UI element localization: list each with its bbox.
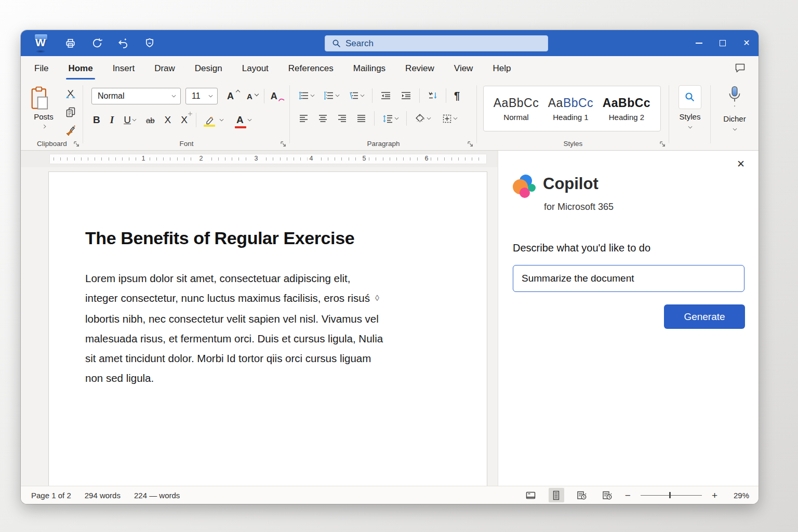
tab-file[interactable]: File: [33, 61, 49, 76]
tab-review[interactable]: Review: [404, 61, 435, 76]
tab-home[interactable]: Home: [67, 61, 94, 76]
style-heading1[interactable]: AaBbCc Heading 1: [548, 96, 593, 122]
font-color-button[interactable]: A: [235, 113, 253, 127]
read-mode-button[interactable]: [523, 488, 539, 502]
decrease-indent-button[interactable]: [379, 90, 393, 101]
group-styles: AaBbCc Normal AaBbCc Heading 1 AaBbCc He…: [477, 81, 669, 150]
borders-button[interactable]: [441, 113, 459, 125]
bold-button[interactable]: B: [91, 113, 102, 127]
pink-swash-icon: [278, 98, 285, 102]
grow-font-button[interactable]: A: [225, 90, 235, 103]
ruler[interactable]: 1 2 3 4 5 6: [49, 154, 487, 164]
underline-button[interactable]: U: [122, 113, 138, 127]
font-dialog-launcher-icon[interactable]: [280, 141, 286, 147]
shrink-font-button[interactable]: A: [245, 91, 254, 102]
zoom-slider[interactable]: [641, 491, 702, 499]
justify-button[interactable]: [355, 113, 368, 124]
maximize-button[interactable]: [711, 30, 735, 56]
multilevel-list-button[interactable]: [347, 90, 366, 101]
ruler-ticks: [54, 157, 483, 161]
word-count-secondary[interactable]: 224 — words: [134, 491, 180, 500]
tab-view[interactable]: View: [453, 61, 474, 76]
sort-button[interactable]: [426, 90, 440, 102]
dictate-button[interactable]: Dicher: [711, 85, 759, 132]
paste-icon: [29, 86, 51, 111]
word-count[interactable]: 294 words: [85, 491, 121, 500]
superscript-glyph: X: [181, 114, 188, 126]
tab-help[interactable]: Help: [491, 61, 512, 76]
document-line: Lorem ipsum dolor sit amet, consectetuar…: [85, 269, 383, 288]
cut-icon[interactable]: [63, 87, 78, 101]
text-highlight-button[interactable]: [203, 114, 225, 126]
document-line: malesuada risus, et fermentum orci. Duis…: [85, 329, 383, 349]
format-painter-icon[interactable]: [63, 124, 78, 137]
tab-design[interactable]: Design: [194, 61, 223, 76]
tab-references[interactable]: References: [287, 61, 335, 76]
privacy-shield-icon[interactable]: [143, 37, 156, 49]
zoom-out-button[interactable]: −: [625, 490, 631, 500]
align-right-button[interactable]: [336, 113, 349, 124]
tab-draw[interactable]: Draw: [153, 61, 176, 76]
clipboard-dialog-launcher-icon[interactable]: [73, 141, 79, 147]
minimize-button[interactable]: [687, 30, 711, 56]
line-spacing-button[interactable]: [381, 113, 400, 124]
style-heading2[interactable]: AaBbCc Heading 2: [603, 96, 650, 122]
clear-formatting-button[interactable]: A: [269, 90, 279, 103]
increase-indent-button[interactable]: [399, 90, 413, 101]
font-color-glyph: A: [236, 114, 244, 125]
font-name-combo[interactable]: Normal: [91, 88, 181, 104]
search-icon: [332, 39, 341, 48]
zoom-slider-handle[interactable]: [669, 492, 671, 498]
shading-button[interactable]: [413, 113, 432, 125]
close-button[interactable]: ✕: [735, 30, 759, 56]
styles-pane-label: Styles: [669, 112, 711, 121]
paragraph-dialog-launcher-icon[interactable]: [467, 141, 473, 147]
redo-icon[interactable]: [90, 37, 103, 49]
focus-mode-button[interactable]: [600, 488, 615, 502]
styles-pane-button[interactable]: Styles: [669, 85, 711, 130]
main-area: 1 2 3 4 5 6 The Benefits of Regular Exer…: [21, 151, 759, 486]
title-bar: W: [21, 30, 759, 56]
align-right-icon: [337, 114, 347, 123]
page-indicator[interactable]: Page 1 of 2: [31, 491, 71, 500]
copilot-prompt-label: Describe what you'd like to do: [513, 242, 650, 254]
undo-icon[interactable]: [117, 37, 129, 49]
generate-button[interactable]: Generate: [664, 304, 745, 329]
strikethrough-button[interactable]: ab: [144, 115, 156, 126]
style-label: Heading 1: [548, 113, 593, 122]
paste-button[interactable]: Posts: [29, 86, 58, 130]
comments-icon[interactable]: [734, 62, 746, 73]
document-page[interactable]: The Benefits of Regular Exercise Lorem i…: [48, 171, 487, 486]
numbered-list-button[interactable]: [322, 90, 341, 101]
bullet-list-button[interactable]: [297, 90, 316, 101]
tab-mailings[interactable]: Mailings: [352, 61, 387, 76]
superscript-button[interactable]: X: [179, 113, 189, 127]
search-box[interactable]: [325, 35, 548, 51]
italic-button[interactable]: I: [109, 113, 115, 127]
microphone-icon: [727, 85, 742, 109]
tab-layout[interactable]: Layout: [241, 61, 270, 76]
zoom-level[interactable]: 29%: [727, 491, 749, 500]
copilot-prompt-input[interactable]: [513, 265, 744, 292]
style-normal[interactable]: AaBbCc Normal: [494, 96, 539, 122]
copilot-close-icon[interactable]: ✕: [737, 158, 745, 170]
search-input[interactable]: [345, 38, 533, 49]
tab-insert[interactable]: Insert: [112, 61, 136, 76]
divider: [419, 88, 420, 103]
font-size-combo[interactable]: 11: [185, 88, 218, 104]
chevron-down-icon: [172, 93, 176, 97]
web-layout-button[interactable]: [574, 488, 590, 502]
zoom-in-button[interactable]: +: [712, 490, 717, 500]
print-icon[interactable]: [64, 37, 76, 49]
word-app-icon[interactable]: W: [31, 33, 50, 53]
copilot-subtitle: for Microsoft 365: [544, 202, 614, 212]
show-formatting-button[interactable]: ¶: [453, 89, 461, 103]
print-layout-button[interactable]: [549, 488, 564, 502]
styles-dialog-launcher-icon[interactable]: [659, 141, 666, 147]
divider: [446, 88, 446, 103]
subscript-button[interactable]: X: [163, 113, 173, 127]
justify-icon: [356, 114, 366, 123]
copy-icon[interactable]: [63, 105, 78, 119]
align-left-button[interactable]: [297, 113, 310, 124]
align-center-button[interactable]: [316, 113, 329, 124]
